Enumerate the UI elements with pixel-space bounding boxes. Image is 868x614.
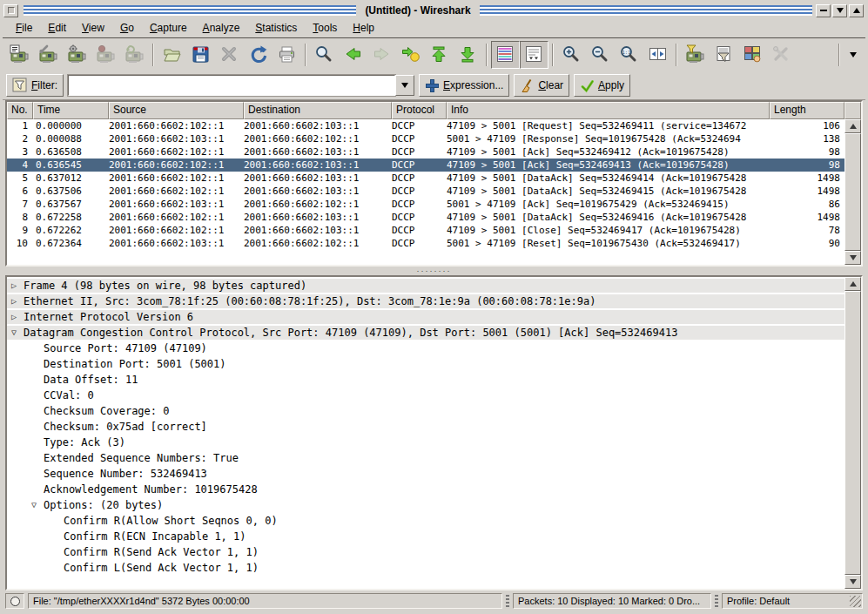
detail-row[interactable]: Acknowledgement Number: 1019675428 [7, 482, 844, 497]
scroll-down-button[interactable] [844, 575, 861, 589]
zoom-out-button[interactable] [586, 41, 615, 69]
column-header-time[interactable]: Time [33, 102, 109, 119]
scroll-up-button[interactable] [844, 119, 861, 133]
detail-row[interactable]: Confirm R(Allow Short Seqnos 0, 0) [7, 513, 844, 529]
detail-row[interactable]: Confirm R(ECN Incapable 1, 1) [7, 529, 844, 544]
coloring-rules-button[interactable] [738, 41, 767, 69]
save-file-button[interactable] [186, 41, 215, 69]
close-file-button[interactable] [215, 41, 244, 69]
detail-row[interactable]: Destination Port: 5001 (5001) [7, 356, 844, 372]
menu-edit[interactable]: Edit [40, 20, 74, 36]
menu-analyze[interactable]: Analyze [195, 20, 248, 36]
interfaces-list-button[interactable] [5, 41, 34, 69]
maximize-button[interactable] [849, 4, 864, 17]
filter-input[interactable] [68, 75, 395, 96]
print-button[interactable] [273, 41, 301, 69]
menu-go[interactable]: Go [112, 20, 142, 36]
column-header-protocol[interactable]: Protocol [392, 102, 447, 119]
column-header-info[interactable]: Info [447, 102, 770, 119]
scrollbar-thumb[interactable] [844, 291, 861, 575]
detail-row[interactable]: CCVal: 0 [7, 388, 844, 403]
preferences-button[interactable] [767, 41, 796, 69]
capture-restart-button[interactable] [120, 41, 149, 69]
scroll-down-button[interactable] [844, 251, 861, 265]
packet-row-10[interactable]: 100.6723642001:660:6602:103::12001:660:6… [7, 237, 844, 250]
scrollbar-thumb[interactable] [844, 133, 861, 251]
goto-packet-button[interactable] [396, 41, 425, 69]
packet-row-5[interactable]: 50.6370122001:660:6602:102::12001:660:66… [7, 172, 844, 185]
expander-expanded-icon[interactable]: ▽ [31, 497, 44, 513]
menu-tools[interactable]: Tools [305, 20, 345, 36]
detail-row[interactable]: Type: Ack (3) [7, 435, 844, 450]
apply-button[interactable]: Apply [574, 74, 630, 97]
statusbar-handle[interactable] [506, 595, 509, 607]
pane-splitter[interactable]: ········ [3, 267, 865, 275]
capture-stop-button[interactable] [91, 41, 120, 69]
expander-collapsed-icon[interactable]: ▷ [11, 309, 24, 325]
detail-row[interactable]: ▽Options: (20 bytes) [7, 497, 844, 513]
expert-info-button[interactable] [5, 593, 24, 609]
filter-combo-arrow-button[interactable] [395, 75, 414, 96]
go-forward-button[interactable] [367, 41, 396, 69]
packet-row-8[interactable]: 80.6722582001:660:6602:102::12001:660:66… [7, 211, 844, 224]
packet-row-1[interactable]: 10.0000002001:660:6602:102::12001:660:66… [7, 119, 844, 132]
capture-start-button[interactable] [63, 41, 91, 69]
packet-row-4[interactable]: 40.6365452001:660:6602:102::12001:660:66… [7, 159, 844, 172]
go-back-button[interactable] [339, 41, 367, 69]
menu-help[interactable]: Help [345, 20, 382, 36]
reload-button[interactable] [244, 41, 273, 69]
detail-row[interactable]: Checksum: 0x75ad [correct] [7, 419, 844, 435]
window-menu-button[interactable] [3, 4, 18, 17]
minimize-button[interactable] [816, 4, 831, 17]
resize-grip[interactable] [850, 596, 861, 607]
detail-row[interactable]: Confirm R(Send Ack Vector 1, 1) [7, 544, 844, 560]
column-header-length[interactable]: Length [770, 102, 844, 119]
menu-capture[interactable]: Capture [142, 20, 195, 36]
packet-row-9[interactable]: 90.6722622001:660:6602:102::12001:660:66… [7, 224, 844, 237]
detail-row[interactable]: Extended Sequence Numbers: True [7, 450, 844, 466]
status-profile[interactable]: Profile: Default [722, 593, 863, 609]
toolbar-overflow-button[interactable] [844, 41, 863, 69]
detail-row[interactable]: ▷Internet Protocol Version 6 [7, 309, 844, 325]
detail-row[interactable]: ▷Ethernet II, Src: 3com_78:1f:25 (00:60:… [7, 294, 844, 309]
filter-button[interactable]: Filter: [6, 74, 64, 97]
detail-row[interactable]: Confirm L(Send Ack Vector 1, 1) [7, 560, 844, 576]
colorize-toggle-button[interactable] [491, 41, 520, 69]
expression-button[interactable]: Expression... [419, 74, 509, 97]
zoom-in-button[interactable] [557, 41, 586, 69]
detail-row[interactable]: Checksum Coverage: 0 [7, 403, 844, 419]
detail-row[interactable]: ▽Datagram Congestion Control Protocol, S… [7, 325, 844, 341]
menu-view[interactable]: View [74, 20, 112, 36]
expander-collapsed-icon[interactable]: ▷ [11, 278, 24, 294]
go-bottom-button[interactable] [454, 41, 482, 69]
detail-row[interactable]: Data Offset: 11 [7, 372, 844, 388]
open-file-button[interactable] [158, 41, 186, 69]
expander-collapsed-icon[interactable]: ▷ [11, 294, 24, 309]
zoom-normal-button[interactable]: 1:1 [615, 41, 643, 69]
detail-row[interactable]: ▷Frame 4 (98 bytes on wire, 98 bytes cap… [7, 278, 844, 294]
packet-row-6[interactable]: 60.6375062001:660:6602:102::12001:660:66… [7, 185, 844, 198]
packet-row-7[interactable]: 70.6375672001:660:6602:103::12001:660:66… [7, 198, 844, 211]
expander-expanded-icon[interactable]: ▽ [11, 325, 24, 341]
detail-scrollbar[interactable] [844, 277, 861, 589]
go-top-button[interactable] [425, 41, 454, 69]
find-button[interactable] [310, 41, 339, 69]
packet-list-scrollbar[interactable] [844, 119, 861, 265]
menu-statistics[interactable]: Statistics [247, 20, 305, 36]
packet-row-2[interactable]: 20.0000882001:660:6602:103::12001:660:66… [7, 132, 844, 145]
detail-row[interactable]: Sequence Number: 532469413 [7, 466, 844, 482]
capture-filter-button[interactable] [681, 41, 710, 69]
packet-row-3[interactable]: 30.6365082001:660:6602:102::12001:660:66… [7, 145, 844, 159]
column-header-destination[interactable]: Destination [244, 102, 392, 119]
clear-button[interactable]: Clear [514, 74, 569, 97]
autoscroll-toggle-button[interactable] [520, 41, 548, 69]
capture-options-button[interactable] [34, 41, 63, 69]
detail-row[interactable]: Source Port: 47109 (47109) [7, 341, 844, 356]
column-header-source[interactable]: Source [109, 102, 244, 119]
menu-file[interactable]: File [8, 20, 40, 36]
display-filter-button[interactable] [710, 41, 738, 69]
resize-columns-button[interactable] [643, 41, 672, 69]
column-header-no[interactable]: No. [7, 102, 33, 119]
statusbar-handle[interactable] [715, 595, 718, 607]
scroll-up-button[interactable] [844, 277, 861, 291]
